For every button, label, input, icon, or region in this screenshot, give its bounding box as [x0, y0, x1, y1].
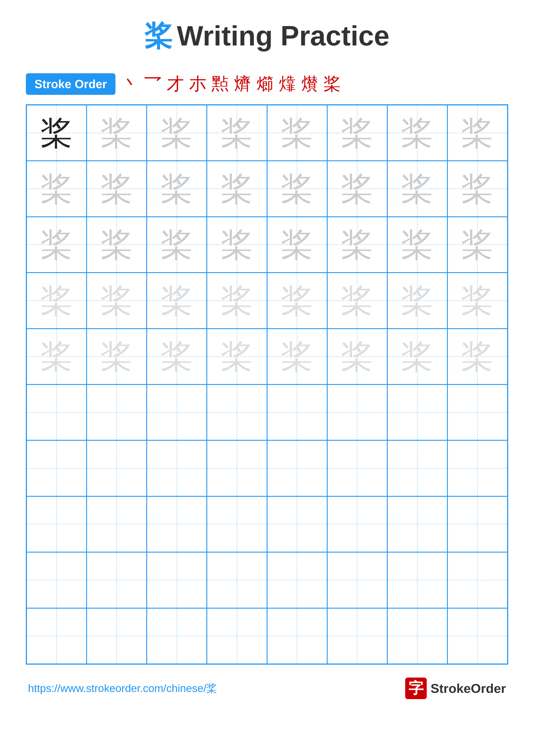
- grid-cell-r10-c6[interactable]: [327, 608, 387, 664]
- grid-cell-r6-c5[interactable]: [267, 385, 327, 440]
- grid-cell-r4-c3[interactable]: 桨: [147, 273, 207, 328]
- grid-cell-r3-c3[interactable]: 桨: [147, 217, 207, 273]
- grid-cell-r3-c4[interactable]: 桨: [207, 217, 267, 273]
- char-display: 桨: [40, 229, 73, 261]
- grid-cell-r6-c8[interactable]: [447, 385, 507, 440]
- title-text: Writing Practice: [177, 20, 390, 51]
- grid-cell-r7-c5[interactable]: [267, 440, 327, 496]
- grid-cell-r3-c5[interactable]: 桨: [267, 217, 327, 273]
- grid-cell-r9-c1[interactable]: [27, 552, 87, 608]
- grid-cell-r8-c5[interactable]: [267, 496, 327, 552]
- grid-cell-r1-c2[interactable]: 桨: [87, 105, 147, 161]
- char-display: 桨: [401, 284, 433, 317]
- grid-cell-r5-c5[interactable]: 桨: [267, 329, 327, 385]
- grid-cell-r8-c1[interactable]: [27, 496, 87, 552]
- grid-cell-r3-c2[interactable]: 桨: [87, 217, 147, 273]
- grid-cell-r9-c7[interactable]: [387, 552, 447, 608]
- stroke-4: 朩: [189, 72, 206, 96]
- grid-cell-r5-c1[interactable]: 桨: [27, 329, 87, 385]
- grid-cell-r9-c8[interactable]: [447, 552, 507, 608]
- grid-cell-r10-c5[interactable]: [267, 608, 327, 664]
- title-char: 桨: [144, 20, 172, 51]
- grid-cell-r5-c4[interactable]: 桨: [207, 329, 267, 385]
- grid-cell-r4-c8[interactable]: 桨: [447, 273, 507, 328]
- grid-cell-r1-c6[interactable]: 桨: [327, 105, 387, 161]
- grid-cell-r7-c8[interactable]: [447, 440, 507, 496]
- char-display: 桨: [221, 173, 253, 205]
- grid-cell-r1-c3[interactable]: 桨: [147, 105, 207, 161]
- grid-cell-r8-c2[interactable]: [87, 496, 147, 552]
- grid-cell-r8-c7[interactable]: [387, 496, 447, 552]
- grid-cell-r3-c7[interactable]: 桨: [387, 217, 447, 273]
- footer-url: https://www.strokeorder.com/chinese/桨: [28, 681, 217, 696]
- grid-cell-r5-c7[interactable]: 桨: [387, 329, 447, 385]
- footer: https://www.strokeorder.com/chinese/桨 字 …: [26, 678, 508, 699]
- grid-cell-r2-c3[interactable]: 桨: [147, 161, 207, 217]
- grid-cell-r4-c5[interactable]: 桨: [267, 273, 327, 328]
- grid-cell-r8-c8[interactable]: [447, 496, 507, 552]
- grid-cell-r6-c3[interactable]: [147, 385, 207, 440]
- logo-icon: 字: [405, 678, 427, 699]
- char-display: 桨: [40, 173, 73, 205]
- grid-cell-r7-c7[interactable]: [387, 440, 447, 496]
- grid-cell-r3-c8[interactable]: 桨: [447, 217, 507, 273]
- grid-cell-r3-c6[interactable]: 桨: [327, 217, 387, 273]
- grid-cell-r5-c2[interactable]: 桨: [87, 329, 147, 385]
- grid-cell-r8-c3[interactable]: [147, 496, 207, 552]
- grid-cell-r2-c6[interactable]: 桨: [327, 161, 387, 217]
- grid-cell-r9-c6[interactable]: [327, 552, 387, 608]
- grid-cell-r6-c2[interactable]: [87, 385, 147, 440]
- stroke-5: 㸃: [212, 72, 229, 96]
- grid-cell-r2-c7[interactable]: 桨: [387, 161, 447, 217]
- grid-cell-r2-c1[interactable]: 桨: [27, 161, 87, 217]
- grid-cell-r2-c5[interactable]: 桨: [267, 161, 327, 217]
- grid-cell-r10-c4[interactable]: [207, 608, 267, 664]
- grid-cell-r6-c4[interactable]: [207, 385, 267, 440]
- grid-cell-r7-c6[interactable]: [327, 440, 387, 496]
- grid-cell-r4-c2[interactable]: 桨: [87, 273, 147, 328]
- grid-cell-r10-c7[interactable]: [387, 608, 447, 664]
- grid-cell-r1-c8[interactable]: 桨: [447, 105, 507, 161]
- grid-cell-r9-c5[interactable]: [267, 552, 327, 608]
- grid-cell-r5-c6[interactable]: 桨: [327, 329, 387, 385]
- grid-cell-r10-c3[interactable]: [147, 608, 207, 664]
- char-display: 桨: [40, 340, 73, 373]
- grid-cell-r7-c4[interactable]: [207, 440, 267, 496]
- stroke-sequence: 丶 乛 才 朩 㸃 㸄 㸅 㸆 㸇 桨: [122, 72, 341, 96]
- grid-cell-r9-c3[interactable]: [147, 552, 207, 608]
- grid-cell-r7-c1[interactable]: [27, 440, 87, 496]
- char-display: 桨: [461, 229, 494, 261]
- grid-cell-r10-c8[interactable]: [447, 608, 507, 664]
- char-display: 桨: [221, 340, 253, 373]
- grid-cell-r2-c2[interactable]: 桨: [87, 161, 147, 217]
- practice-grid[interactable]: 桨 桨 桨 桨 桨 桨 桨 桨 桨 桨 桨: [26, 104, 508, 664]
- grid-cell-r8-c6[interactable]: [327, 496, 387, 552]
- grid-cell-r10-c2[interactable]: [87, 608, 147, 664]
- grid-cell-r9-c2[interactable]: [87, 552, 147, 608]
- grid-cell-r4-c1[interactable]: 桨: [27, 273, 87, 328]
- grid-cell-r3-c1[interactable]: 桨: [27, 217, 87, 273]
- grid-cell-r1-c7[interactable]: 桨: [387, 105, 447, 161]
- grid-cell-r5-c8[interactable]: 桨: [447, 329, 507, 385]
- grid-cell-r1-c4[interactable]: 桨: [207, 105, 267, 161]
- grid-cell-r1-c5[interactable]: 桨: [267, 105, 327, 161]
- grid-cell-r6-c7[interactable]: [387, 385, 447, 440]
- char-display: 桨: [101, 229, 133, 261]
- grid-cell-r7-c2[interactable]: [87, 440, 147, 496]
- grid-cell-r5-c3[interactable]: 桨: [147, 329, 207, 385]
- grid-cell-r2-c8[interactable]: 桨: [447, 161, 507, 217]
- grid-cell-r2-c4[interactable]: 桨: [207, 161, 267, 217]
- grid-cell-r4-c7[interactable]: 桨: [387, 273, 447, 328]
- char-display: 桨: [461, 284, 494, 317]
- char-display: 桨: [221, 284, 253, 317]
- grid-cell-r1-c1[interactable]: 桨: [27, 105, 87, 161]
- char-display: 桨: [401, 173, 433, 205]
- grid-cell-r4-c6[interactable]: 桨: [327, 273, 387, 328]
- grid-cell-r6-c1[interactable]: [27, 385, 87, 440]
- grid-cell-r6-c6[interactable]: [327, 385, 387, 440]
- grid-cell-r4-c4[interactable]: 桨: [207, 273, 267, 328]
- grid-cell-r9-c4[interactable]: [207, 552, 267, 608]
- grid-cell-r8-c4[interactable]: [207, 496, 267, 552]
- grid-cell-r10-c1[interactable]: [27, 608, 87, 664]
- grid-cell-r7-c3[interactable]: [147, 440, 207, 496]
